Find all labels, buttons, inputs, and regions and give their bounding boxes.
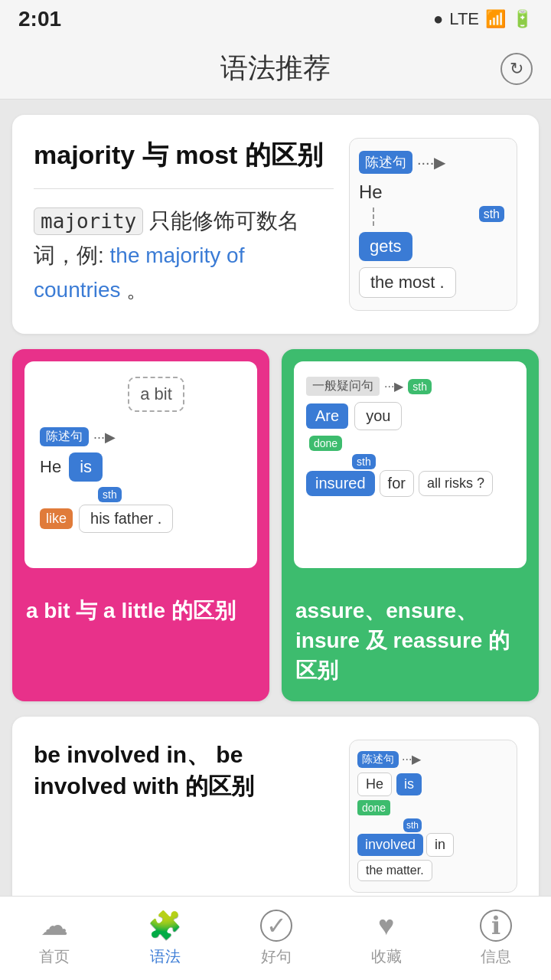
sentence-label2: 陈述句: [40, 427, 89, 446]
nav-item-info[interactable]: ℹ 信息: [480, 910, 512, 967]
dots4: ···▶: [402, 752, 421, 766]
card1-desc: majority 只能修饰可数名 词，例: the majority of co…: [34, 204, 334, 307]
keyword-majority: majority: [34, 207, 143, 235]
sim-icon: ●: [433, 9, 443, 29]
for-pill: for: [380, 470, 414, 497]
in-mini: in: [426, 833, 454, 857]
diagram-row: gets the most .: [359, 232, 507, 298]
card4-diagram: 陈述句 ···▶ He is done sth involved in the …: [349, 740, 517, 893]
nav-item-favorites[interactable]: ♥ 收藏: [371, 910, 402, 967]
nav-item-home[interactable]: ☁ 首页: [39, 910, 70, 967]
insured-pill: insured: [306, 471, 375, 496]
card4-text: be involved in、 be involved with 的区别: [34, 740, 334, 818]
he-label2: He: [40, 457, 61, 477]
diagram-label-row: 陈述句 ····▶: [359, 151, 507, 174]
card3-title: assure、ensure、insure 及 reassure 的区别: [295, 596, 525, 686]
abit-dashed: a bit: [128, 377, 184, 412]
card-abit-alittle[interactable]: a bit 陈述句 ···▶ He is sth like: [12, 349, 269, 701]
nav-item-grammar[interactable]: 🧩 语法: [148, 910, 182, 967]
lte-label: LTE: [449, 9, 479, 29]
bottom-nav: ☁ 首页 🧩 语法 ✓ 好句 ♥ 收藏 ℹ 信息: [0, 896, 551, 980]
like-pill: like: [40, 508, 73, 529]
you-pill: you: [354, 402, 402, 430]
allrisks-pill: all risks ?: [419, 471, 493, 496]
card-majority-text: majority 与 most 的区别 majority 只能修饰可数名 词，例…: [34, 138, 334, 307]
dots3: ···▶: [384, 379, 403, 394]
thematter-mini: the matter.: [357, 860, 432, 881]
card3-diagram-container: 一般疑问句 ···▶ sth Are you done sth: [294, 361, 527, 568]
status-time: 2:01: [18, 7, 61, 31]
divider: [34, 188, 334, 189]
he-mini: He: [357, 773, 392, 796]
goodsentence-label: 好句: [261, 946, 292, 967]
mini-row1: 陈述句 ···▶: [357, 751, 509, 768]
sth-label4: sth: [352, 454, 376, 469]
battery-icon: 🔋: [512, 9, 533, 29]
themost-pill: the most .: [359, 267, 456, 298]
card4-title: be involved in、 be involved with 的区别: [34, 740, 334, 802]
status-icons: ● LTE 📶 🔋: [433, 9, 533, 29]
home-label: 首页: [39, 946, 70, 967]
two-col-section: a bit 陈述句 ···▶ He is sth like: [12, 349, 539, 701]
are-pill: Are: [306, 403, 348, 429]
card1-diagram: 陈述句 ····▶ He sth gets the most .: [349, 138, 517, 311]
done-label: done: [309, 436, 342, 451]
status-bar: 2:01 ● LTE 📶 🔋: [0, 0, 551, 38]
card-be-involved[interactable]: be involved in、 be involved with 的区别 陈述句…: [12, 717, 539, 916]
card2-bottom: a bit 与 a little 的区别: [12, 580, 269, 641]
sth-label3: sth: [408, 379, 432, 394]
main-content: majority 与 most 的区别 majority 只能修饰可数名 词，例…: [0, 100, 551, 980]
card2-diagram-container: a bit 陈述句 ···▶ He is sth like: [24, 361, 257, 568]
gets-pill: gets: [359, 232, 412, 261]
card3-bottom: assure、ensure、insure 及 reassure 的区别: [282, 580, 539, 701]
sentence-label: 陈述句: [359, 151, 412, 174]
heart-icon: ♥: [378, 910, 394, 942]
refresh-icon[interactable]: ↻: [500, 53, 533, 85]
dots2: ···▶: [93, 429, 116, 446]
info-label: 信息: [481, 946, 511, 967]
involved-mini: involved: [357, 834, 423, 856]
is-pill: is: [69, 452, 103, 482]
header: 语法推荐 ↻: [0, 38, 551, 100]
sth-mini: sth: [403, 818, 422, 832]
arrow-dots: ····▶: [417, 153, 445, 172]
card1-title: majority 与 most 的区别: [34, 138, 334, 173]
question-label: 一般疑问句: [306, 377, 380, 396]
page-title: 语法推荐: [220, 50, 331, 87]
grammar-label: 语法: [150, 946, 181, 967]
diagram-he: He: [359, 181, 507, 203]
card-majority-most[interactable]: majority 与 most 的区别 majority 只能修饰可数名 词，例…: [12, 115, 539, 334]
grammar-icon: 🧩: [148, 910, 182, 942]
is-mini: is: [396, 773, 422, 795]
sth-label: sth: [479, 206, 504, 222]
hisfather-pill: his father .: [79, 505, 173, 533]
check-icon: ✓: [260, 910, 292, 942]
card-assure-ensure[interactable]: 一般疑问句 ···▶ sth Are you done sth: [282, 349, 539, 701]
nav-item-goodsentence[interactable]: ✓ 好句: [260, 910, 292, 967]
done-mini: done: [357, 800, 390, 815]
sth-label2: sth: [98, 487, 122, 502]
info-icon: ℹ: [480, 910, 512, 942]
card2-title: a bit 与 a little 的区别: [26, 596, 256, 626]
favorites-label: 收藏: [371, 946, 402, 967]
home-icon: ☁: [41, 910, 68, 942]
sentence-label4: 陈述句: [357, 751, 399, 768]
signal-icon: 📶: [485, 9, 506, 29]
